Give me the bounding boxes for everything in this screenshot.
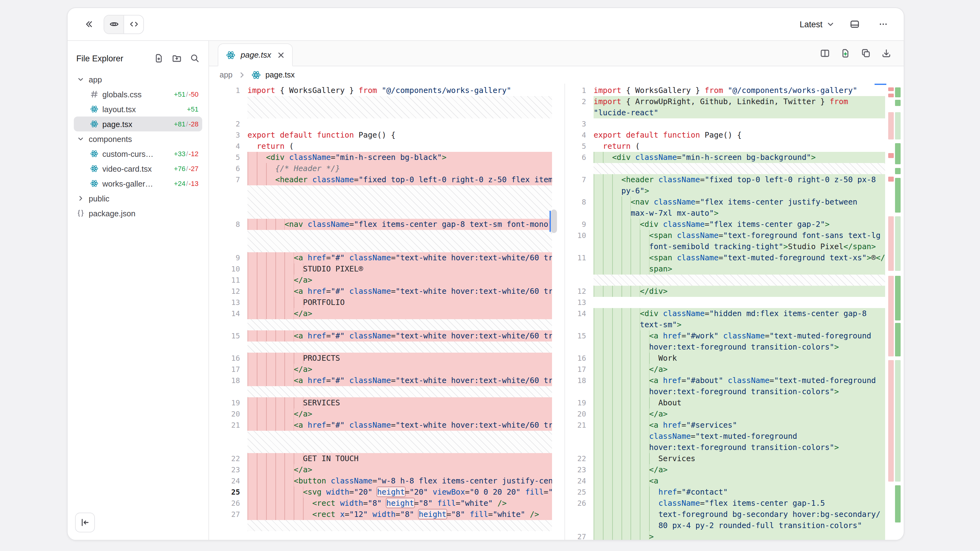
code-text: 80 px-4 py-2 rounded-full transition-col…	[593, 520, 885, 531]
code-line: 14 <div className="hidden md:flex items-…	[565, 308, 885, 319]
item-label: components	[89, 134, 132, 143]
tab-bar: page.tsx	[209, 41, 904, 66]
code-line: 17 </a>	[565, 364, 885, 375]
tab-page-tsx[interactable]: page.tsx	[218, 43, 293, 66]
code-text: className="text-muted-foreground	[593, 431, 885, 442]
code-text: return (	[593, 141, 885, 152]
code-line: 20 </a>	[209, 408, 552, 419]
code-line: 15 <a href="#" className="text-white hov…	[209, 330, 552, 341]
more-options-button[interactable]	[874, 15, 892, 33]
line-number: 11	[209, 275, 248, 286]
tab-label: page.tsx	[241, 50, 271, 59]
code-line: 16 PROJECTS	[209, 353, 552, 364]
code-line: 10 <span className="text-foreground font…	[565, 230, 885, 241]
diff-stats: +24/-13	[174, 180, 199, 187]
chevron-down-icon	[826, 19, 835, 29]
code-line: 3	[565, 118, 885, 130]
folder-item-app[interactable]: app	[74, 72, 202, 87]
hatch-fill	[248, 230, 552, 252]
line-number: 4	[209, 141, 248, 152]
split-editor-button[interactable]	[820, 48, 830, 58]
hatch-fill	[248, 185, 552, 219]
code-text: </div>	[593, 286, 885, 297]
close-tab-button[interactable]	[276, 50, 286, 60]
new-folder-button[interactable]	[172, 53, 182, 63]
file-item-globals.css[interactable]: globals.css+51/-50	[74, 87, 202, 102]
hatch-fill	[248, 520, 552, 531]
code-text: "lucide-react"	[593, 107, 885, 118]
chevron-right-icon	[76, 194, 85, 203]
react-icon	[251, 70, 261, 80]
code-text: text-foreground bg-secondary hover:bg-se…	[593, 509, 885, 520]
code-text: </a>	[248, 275, 552, 286]
code-text: <header className="fixed top-0 left-0 ri…	[248, 174, 552, 185]
item-label: custom-curs…	[102, 149, 154, 158]
diff-pane-original[interactable]: 1import { WorksGallery } from "@/compone…	[209, 84, 565, 540]
line-number	[565, 264, 593, 275]
minimap-mark	[888, 360, 894, 481]
code-text: <a href="#" className="text-white hover:…	[248, 252, 552, 264]
line-number	[209, 341, 248, 353]
file-item-custom-curs-[interactable]: custom-curs…+33/-12	[74, 146, 202, 161]
topbar-left	[79, 14, 144, 34]
minimap-mark	[895, 276, 900, 321]
item-label: video-card.tsx	[102, 164, 152, 173]
search-files-button[interactable]	[190, 53, 200, 63]
minimap[interactable]	[888, 84, 901, 540]
line-number	[209, 96, 248, 118]
code-line: text-foreground bg-secondary hover:bg-se…	[565, 509, 885, 520]
line-number: 20	[565, 408, 593, 419]
file-changes-button[interactable]	[840, 48, 850, 58]
editor-main: page.tsx app page.tsx	[209, 41, 904, 540]
file-item-page.tsx[interactable]: page.tsx+81/-28	[74, 116, 202, 132]
new-file-button[interactable]	[154, 53, 164, 63]
line-number	[209, 431, 248, 453]
line-number	[565, 241, 593, 252]
code-text: </a>	[593, 464, 885, 475]
collapsed-region	[209, 386, 552, 397]
file-item-video-card.tsx[interactable]: video-card.tsx+76/-27	[74, 161, 202, 176]
code-text: PROJECTS	[248, 353, 552, 364]
panel-bottom-button[interactable]	[845, 15, 864, 33]
version-selector[interactable]: Latest	[800, 19, 835, 29]
copy-file-button[interactable]	[861, 48, 871, 58]
code-text: PORTFOLIO	[248, 297, 552, 308]
line-number: 13	[565, 297, 593, 308]
code-text: <nav className="flex items-center gap-8 …	[248, 219, 552, 230]
file-item-works-galler-[interactable]: works-galler…+24/-13	[74, 176, 202, 191]
code-text	[593, 118, 885, 130]
code-line: font-semibold tracking-tight">Studio Pix…	[565, 241, 885, 252]
folder-item-public[interactable]: public	[74, 191, 202, 206]
line-number: 24	[565, 475, 593, 486]
collapsed-region	[209, 319, 552, 330]
code-text: text-sm">	[593, 319, 885, 330]
download-button[interactable]	[881, 48, 891, 58]
scrollbar-thumb[interactable]	[551, 210, 557, 233]
item-label: app	[89, 75, 102, 84]
minimap-mark	[895, 168, 900, 174]
code-view-toggle-button[interactable]	[124, 15, 143, 33]
diff-pane-modified[interactable]: 1import { WorksGallery } from "@/compone…	[565, 84, 904, 540]
hatch-fill	[248, 431, 552, 453]
react-icon	[90, 120, 99, 128]
minimap-mark	[895, 112, 900, 140]
file-item-package.json[interactable]: package.json	[74, 206, 202, 221]
file-item-layout.tsx[interactable]: layout.tsx+51	[74, 102, 202, 116]
collapse-panel-button[interactable]	[79, 15, 97, 33]
breadcrumb-file[interactable]: page.tsx	[266, 71, 295, 79]
preview-toggle-button[interactable]	[104, 15, 124, 33]
code-line: max-w-7xl mx-auto">	[565, 208, 885, 219]
file-explorer-title: File Explorer	[76, 54, 123, 63]
code-icon	[129, 19, 138, 29]
line-number	[565, 208, 593, 219]
line-number: 2	[565, 96, 593, 107]
breadcrumb-folder[interactable]: app	[220, 71, 232, 79]
folder-item-components[interactable]: components	[74, 132, 202, 146]
line-number	[565, 275, 593, 286]
line-number: 7	[209, 174, 248, 185]
minimap-mark	[895, 178, 900, 213]
collapse-sidebar-button[interactable]	[75, 513, 95, 532]
item-label: globals.css	[102, 90, 142, 99]
code-line: 12 <a href="#" className="text-white hov…	[209, 286, 552, 297]
tab-bar-actions	[820, 48, 895, 58]
